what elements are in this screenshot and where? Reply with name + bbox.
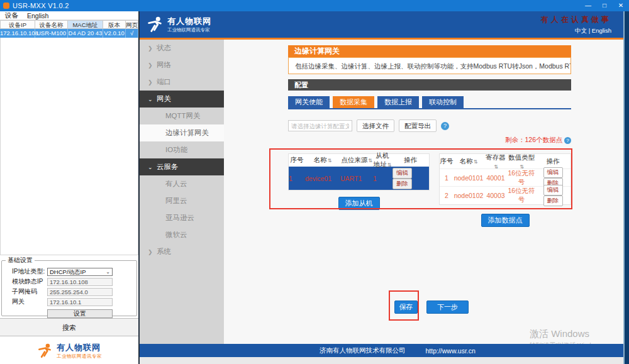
web-config-panel: 有人物联网 工业物联网通讯专家 有人在认真做事 中文 | English ❯状态… xyxy=(140,11,629,364)
sidebar-item-ali-cloud[interactable]: 阿里云 xyxy=(140,192,224,209)
ip-type-label: IP地址类型: xyxy=(12,267,47,276)
device-version: V2.0.10 xyxy=(103,29,126,38)
basic-settings-group: 基础设置 IP地址类型: DHCP/动态IP ⌄ 模块静态IP 172.16.1… xyxy=(1,256,137,316)
sidebar-item-aws-cloud[interactable]: 亚马逊云 xyxy=(140,209,224,226)
sidebar-item-cloud-service[interactable]: ⌄云服务 xyxy=(140,158,224,175)
col-version[interactable]: 版本 xyxy=(103,20,126,29)
device-row[interactable]: 172.16.10.108 USR-M100 D4 AD 20 43 5... … xyxy=(0,29,138,38)
basic-settings-title: 基础设置 xyxy=(6,256,35,265)
device-web-check: √ xyxy=(126,29,138,38)
col-mac[interactable]: MAC地址 xyxy=(68,20,103,29)
usr-logo-icon xyxy=(36,343,53,359)
help-icon[interactable]: ? xyxy=(564,137,571,144)
save-button[interactable]: 保存 xyxy=(394,301,418,314)
col-device-name[interactable]: 设备名称 xyxy=(35,20,68,29)
col-name[interactable]: 名称⇅ xyxy=(305,156,340,165)
sort-icon: ⇅ xyxy=(494,164,498,170)
sidebar-item-mqtt-gateway[interactable]: MQTT网关 xyxy=(140,108,224,124)
col-source[interactable]: 点位来源⇅ xyxy=(340,156,373,165)
sidebar-nav: ❯状态 ❯网络 ❯端口 ⌄网关 MQTT网关 边缘计算网关 IO功能 ⌄云服务 … xyxy=(140,40,224,344)
chevron-right-icon: ❯ xyxy=(148,79,153,85)
help-icon[interactable]: ? xyxy=(441,122,449,130)
col-webpage[interactable]: 网页 xyxy=(126,20,138,29)
device-ip: 172.16.10.108 xyxy=(0,29,35,38)
edit-button[interactable]: 编辑 xyxy=(543,167,563,178)
minimize-button[interactable]: — xyxy=(580,0,596,11)
page-title: 边缘计算网关 xyxy=(288,45,571,57)
config-section-title: 配置 xyxy=(288,79,571,91)
col-slave-addr[interactable]: 从机地址⇅ xyxy=(373,152,392,169)
col-value-type[interactable]: 数值类型⇅ xyxy=(508,153,535,170)
search-button[interactable]: 搜索 xyxy=(0,318,138,336)
app-icon xyxy=(3,3,9,9)
subnet-mask-field[interactable]: 255.255.254.0 xyxy=(47,288,113,296)
sidebar-item-port[interactable]: ❯端口 xyxy=(140,74,224,91)
delete-button[interactable]: 删除 xyxy=(392,179,412,189)
sidebar-item-usr-cloud[interactable]: 有人云 xyxy=(140,175,224,192)
sidebar-item-system[interactable]: ❯系统 xyxy=(140,243,224,260)
web-header: 有人物联网 工业物联网通讯专家 有人在认真做事 中文 | English xyxy=(140,11,629,38)
chevron-right-icon: ❯ xyxy=(148,62,153,69)
add-node-button[interactable]: 添加数据点 xyxy=(481,214,530,227)
language-switch[interactable]: 中文 | English xyxy=(541,27,611,35)
delete-button[interactable]: 删除 xyxy=(543,196,563,206)
ip-type-select[interactable]: DHCP/动态IP ⌄ xyxy=(47,268,113,276)
sidebar-item-status[interactable]: ❯状态 xyxy=(140,40,224,57)
static-ip-field[interactable]: 172.16.10.108 xyxy=(47,278,113,286)
sidebar-item-ms-cloud[interactable]: 微软云 xyxy=(140,226,224,243)
next-button[interactable]: 下一步 xyxy=(426,301,469,314)
device-list-empty-area xyxy=(0,38,138,255)
node-row[interactable]: 2 node0102 40003 16位无符号 编辑 删除 xyxy=(440,187,571,204)
chevron-right-icon: ❯ xyxy=(148,45,153,52)
usr-logo-icon-white xyxy=(146,16,164,33)
col-index: 序号 xyxy=(440,157,454,166)
vertical-scrollbar[interactable] xyxy=(623,11,629,364)
tab-gateway-enable[interactable]: 网关使能 xyxy=(288,96,330,108)
col-device-ip[interactable]: 设备IP xyxy=(0,20,35,29)
choose-file-button[interactable]: 选择文件 xyxy=(357,119,394,132)
sidebar-item-io-function[interactable]: IO功能 xyxy=(140,141,224,158)
add-slave-button[interactable]: 添加从机 xyxy=(338,197,380,210)
sidebar-item-edge-gateway[interactable]: 边缘计算网关 xyxy=(140,124,224,141)
sidebar-item-network[interactable]: ❯网络 xyxy=(140,57,224,74)
gateway-field[interactable]: 172.16.10.1 xyxy=(47,298,113,306)
menu-item-english[interactable]: English xyxy=(27,12,48,19)
export-config-button[interactable]: 配置导出 xyxy=(399,119,437,132)
node-row[interactable]: 1 node0101 40001 16位无符号 编辑 删除 xyxy=(440,169,571,187)
maximize-button[interactable]: □ xyxy=(596,0,613,11)
web-brand-tagline: 工业物联网通讯专家 xyxy=(167,27,211,33)
footer-company: 济南有人物联网技术有限公司 xyxy=(320,346,406,355)
web-brand-name: 有人物联网 xyxy=(167,16,211,27)
sidebar-item-gateway[interactable]: ⌄网关 xyxy=(140,91,224,108)
brand-name: 有人物联网 xyxy=(57,342,102,353)
sort-icon: ⇅ xyxy=(368,158,372,163)
edit-button[interactable]: 编辑 xyxy=(543,185,563,196)
window-titlebar: USR-MXX V1.0.2 — □ ✕ xyxy=(0,0,629,11)
slave-row[interactable]: 1 device01 UART1 1 编辑 删除 xyxy=(289,167,429,190)
device-mac: D4 AD 20 43 5... xyxy=(68,29,103,38)
tab-linkage-control[interactable]: 联动控制 xyxy=(422,96,464,108)
remaining-points-text: 剩余：126个数据点 xyxy=(505,136,562,145)
col-register[interactable]: 寄存器⇅ xyxy=(484,153,508,170)
slave-table: 序号 名称⇅ 点位来源⇅ 从机地址⇅ 操作 1 device01 UART1 xyxy=(288,153,430,190)
footer-url[interactable]: http://www.usr.cn xyxy=(426,347,476,355)
device-table: 设备IP 设备名称 MAC地址 版本 网页 172.16.10.108 USR-… xyxy=(0,20,138,38)
brand-tagline: 工业物联网通讯专家 xyxy=(57,353,102,360)
footer-spacer xyxy=(140,357,629,364)
col-name[interactable]: 名称⇅ xyxy=(454,157,484,166)
page-description: 包括边缘采集、边缘计算、边缘上报、联动控制等功能，支持Modbus RTU转Js… xyxy=(288,57,571,74)
tab-data-collect[interactable]: 数据采集 xyxy=(333,96,374,108)
web-footer: 济南有人物联网技术有限公司 http://www.usr.cn xyxy=(140,344,629,357)
chevron-down-icon: ⌄ xyxy=(148,164,153,170)
config-file-input[interactable] xyxy=(288,120,352,131)
static-ip-label: 模块静态IP xyxy=(12,277,47,286)
menu-item-device[interactable]: 设备 xyxy=(5,11,18,20)
tab-data-report[interactable]: 数据上报 xyxy=(377,96,419,108)
edit-button[interactable]: 编辑 xyxy=(392,168,412,179)
col-actions: 操作 xyxy=(392,156,429,165)
device-name: USR-M100 xyxy=(35,29,68,38)
close-button[interactable]: ✕ xyxy=(613,0,629,11)
col-actions: 操作 xyxy=(535,157,571,166)
sort-icon: ⇅ xyxy=(328,158,332,163)
set-button[interactable]: 设置 xyxy=(47,309,113,318)
